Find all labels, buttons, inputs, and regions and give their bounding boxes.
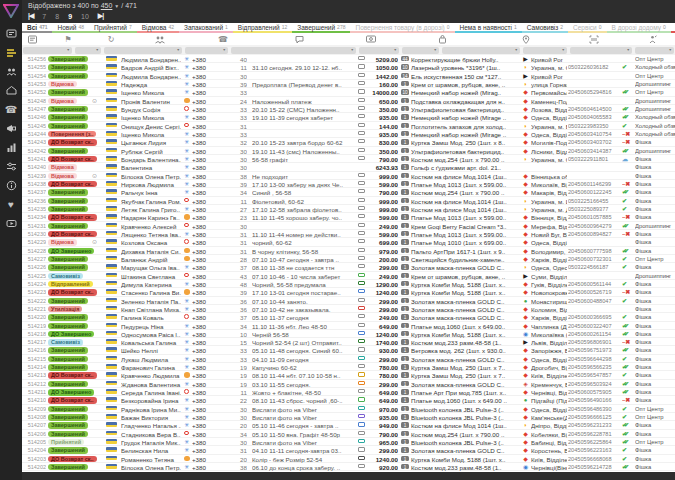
product-filter[interactable] — [442, 47, 520, 54]
table-row[interactable]: 514229Відмова⊙Козлова Оксана+38031чорний… — [22, 238, 675, 246]
table-row[interactable]: 514228ДО ЗавершеноДихавка Наталія Си..+3… — [22, 247, 675, 255]
client-phone[interactable]: +380 — [192, 281, 226, 288]
table-row[interactable]: 514255ЗавершенийБадров Андрій Вікт..✳+38… — [22, 63, 675, 71]
client-phone[interactable]: +380 — [192, 106, 226, 113]
last-page-button[interactable]: ▶| — [98, 12, 103, 20]
calls-icon[interactable]: ☎ — [0, 100, 22, 119]
client-phone[interactable]: +380 — [192, 273, 226, 280]
client-phone[interactable]: +380 — [192, 164, 226, 171]
client-phone[interactable]: +380 — [192, 139, 226, 146]
client-phone[interactable]: +380 — [192, 381, 226, 388]
name-filter[interactable] — [104, 47, 182, 54]
client-phone[interactable]: +380 — [192, 364, 226, 371]
video-icon[interactable] — [0, 214, 22, 233]
team-icon[interactable] — [0, 62, 22, 81]
table-row[interactable]: 514235ЗавершенийЛетяк Галина Григо..✳+38… — [22, 205, 675, 213]
client-phone[interactable]: +380 — [192, 73, 226, 80]
orders-icon[interactable] — [0, 24, 22, 43]
leads-list-icon[interactable] — [0, 43, 22, 62]
client-phone[interactable]: +380 — [192, 206, 226, 213]
client-phone[interactable]: +380 — [192, 181, 226, 188]
table-row[interactable]: 514241ДО Возврат ск..Бондарь Валентина..… — [22, 155, 675, 163]
client-phone[interactable]: +380 — [192, 323, 226, 330]
tab-3[interactable]: Відмова42 — [137, 23, 179, 33]
table-row[interactable]: 514246ЗавершенийІщенко Микола✳+3803319.1… — [22, 113, 675, 121]
status-refresh-icon[interactable]: ↻ — [106, 34, 116, 44]
client-phone[interactable]: +380 — [192, 464, 226, 471]
client-phone[interactable]: +380 — [192, 148, 226, 155]
table-row[interactable]: 514238ДО Возврат ск..Ниркова Людмила✳+38… — [22, 180, 675, 188]
client-phone[interactable]: +380 — [192, 264, 226, 271]
table-row[interactable]: 514205ПрийнятийГрудок Наталія Мик..✳+380… — [22, 438, 675, 446]
location-column-icon[interactable] — [521, 34, 531, 44]
table-row[interactable]: 514208ЗавершенийБажан Виктория✳+38030Вис… — [22, 413, 675, 421]
table-row[interactable]: 514206ЗавершенийСтадникова Вера В..+3803… — [22, 430, 675, 438]
phone-filter[interactable] — [185, 47, 228, 54]
table-row[interactable]: 514240ВідмоваВалентина✳+380306243.931Гол… — [22, 163, 675, 171]
table-row[interactable]: 514242ЗавершенийРублюк Сергій✳+3803019.1… — [22, 147, 675, 155]
client-phone[interactable]: +380 — [192, 331, 226, 338]
table-row[interactable]: 514226ЗавершенийМарущак Ольга Іва..✳+380… — [22, 263, 675, 271]
table-row[interactable]: 514220ЗавершенийГалина Коваль+3803705.10… — [22, 313, 675, 321]
table-row[interactable]: 514211ДО ЗавершеноСереда Галина Івані..+… — [22, 388, 675, 396]
client-phone[interactable]: +380 — [192, 114, 226, 121]
client-phone[interactable]: +380 — [192, 356, 226, 363]
client-phone[interactable]: +380 — [192, 414, 226, 421]
comment-column-icon[interactable] — [294, 34, 304, 44]
warehouse-icon[interactable] — [0, 81, 22, 100]
client-phone[interactable]: +380 — [192, 439, 226, 446]
table-row[interactable]: 514252ЗавершенийІщенко Микола✳+380331400… — [22, 88, 675, 96]
table-row[interactable]: 514213ДО Возврат ск..Кравченко Людмила+3… — [22, 371, 675, 379]
table-row[interactable]: 514245ЗавершенийОнищук Денис Сергі..+380… — [22, 122, 675, 130]
client-phone[interactable]: +380 — [192, 406, 226, 413]
client-phone[interactable]: +380 — [192, 81, 226, 88]
table-row[interactable]: 514215ЗавершенийЛукаш Людмила✳+3803304.1… — [22, 355, 675, 363]
page-button[interactable]: 9 — [68, 13, 72, 20]
tab-7[interactable]: Повернення товару (в дорозі)0 — [350, 23, 454, 33]
marketing-icon[interactable] — [0, 119, 22, 138]
client-phone[interactable]: +380 — [192, 239, 226, 246]
client-phone[interactable]: +380 — [192, 314, 226, 321]
settings-icon[interactable] — [0, 157, 22, 176]
tab-4[interactable]: Запакований1 — [179, 23, 233, 33]
table-row[interactable]: 514207ЗавершенийГладченко Наталья ..✳+38… — [22, 421, 675, 429]
money-column-icon[interactable] — [366, 34, 376, 44]
client-phone[interactable]: +380 — [192, 456, 226, 463]
order-form-icon[interactable] — [27, 34, 37, 44]
tab-10[interactable]: Сервіси0 — [568, 23, 606, 33]
tab-6[interactable]: Завершений278 — [292, 23, 350, 33]
client-phone[interactable]: +380 — [192, 289, 226, 296]
client-phone[interactable]: +380 — [192, 131, 226, 138]
client-phone[interactable]: +380 — [192, 347, 226, 354]
table-row[interactable]: 514234ДО Возврат ск..Надарян Каринэ Гв..… — [22, 213, 675, 221]
client-column-icon[interactable] — [155, 34, 165, 44]
flag-filter[interactable] — [75, 47, 101, 54]
qty-filter[interactable] — [402, 47, 439, 54]
page-button[interactable]: 8 — [55, 13, 59, 20]
table-row[interactable]: 514212ЗавершенийЖданова Валентина✳+38019… — [22, 380, 675, 388]
flag-column-icon[interactable]: ⚑ — [63, 34, 73, 44]
price-filter[interactable] — [359, 47, 399, 54]
table-row[interactable]: 514239Відмова⊙Білоока Олена Петр..✳+3803… — [22, 172, 675, 180]
client-phone[interactable]: +380 — [192, 298, 226, 305]
table-row[interactable]: 514237ЗавершенийРальчук Інна✳+38034Синий… — [22, 188, 675, 196]
info-icon[interactable] — [0, 176, 22, 195]
client-phone[interactable]: +380 — [192, 256, 226, 263]
comment-filter[interactable] — [231, 47, 356, 54]
table-row[interactable]: 514214ЗавершенийФаранович Галина✳+38019К… — [22, 363, 675, 371]
client-phone[interactable]: +380 — [192, 248, 226, 255]
tab-9[interactable]: Самовивіз2 — [522, 23, 568, 33]
client-phone[interactable]: +380 — [192, 397, 226, 404]
table-row[interactable]: 514209ЗавершенийРаднікова Ірина Ми..✳+38… — [22, 405, 675, 413]
table-row[interactable]: 514203ДО Возврат ск..Романенко Тетяна+38… — [22, 455, 675, 463]
table-row[interactable]: 514204ЗавершенийБелинская Нила✳+3803104.… — [22, 446, 675, 454]
table-row[interactable]: 514243ДО Возврат ск..Цыганюк Лидия✳+3803… — [22, 138, 675, 146]
table-row[interactable]: 514219ЗавершенийПедурець Ніна✳+3803411.1… — [22, 322, 675, 330]
tab-12[interactable]: Повернення ( — [671, 23, 675, 33]
client-phone[interactable]: +380 — [192, 422, 226, 429]
table-row[interactable]: 514224ВідправленийДимула Катерина✳+38048… — [22, 280, 675, 288]
table-row[interactable]: 514244Повернення (з..Іщенко Микола✳+3803… — [22, 130, 675, 138]
table-row[interactable]: 514236ЗавершенийЯкубчак Галина Ром..+380… — [22, 197, 675, 205]
table-row[interactable]: 514253ВідмоваНадежда✳+38039Предоплата (П… — [22, 80, 675, 88]
table-row[interactable]: 514216ЗавершенийШейко Неллі✳+3803305.10 … — [22, 346, 675, 354]
